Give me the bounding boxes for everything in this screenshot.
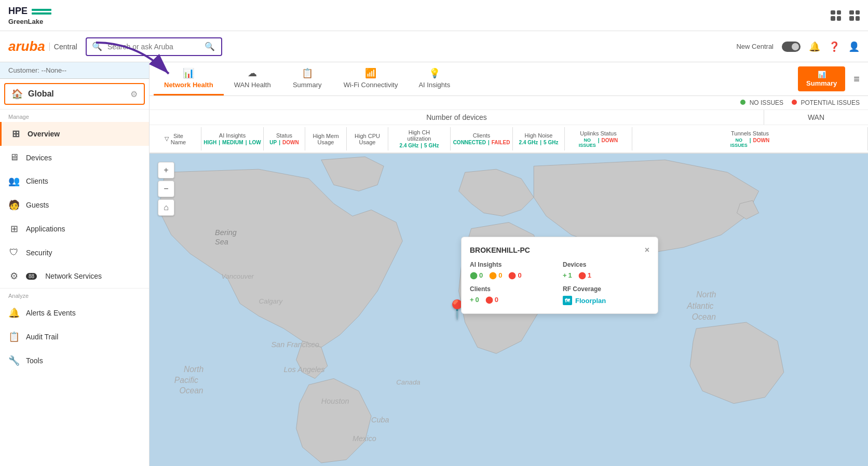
svg-text:Cuba: Cuba [371, 416, 389, 424]
map-canvas[interactable]: Bering Sea Vancouver Calgary North Pacif… [150, 154, 868, 466]
popup-clients-section: Clients + 0 ⬤ 0 [470, 285, 557, 305]
th-tunnels-no-issues: NOISSUES [730, 138, 748, 148]
tab-network-health[interactable]: 📊 Network Health [154, 62, 224, 95]
map-controls: + − ⌂ [158, 162, 174, 216]
th-noise-5: 5 GHz [544, 140, 558, 145]
floorplan-link[interactable]: 🗺 Floorplan [563, 296, 649, 305]
user-icon[interactable]: 👤 [848, 41, 860, 52]
apps-grid-icon[interactable] [831, 10, 841, 21]
th-status: Status UP | DOWN [264, 127, 305, 150]
sidebar-item-security[interactable]: 🛡 Security [0, 241, 149, 264]
new-central-toggle[interactable] [782, 42, 801, 52]
manage-section-label: Manage [0, 109, 149, 122]
overview-icon: ⊞ [10, 128, 21, 140]
legend-potential-issues: POTENTIAL ISSUES [801, 99, 860, 106]
floorplan-label: Floorplan [575, 297, 606, 305]
tab-wan-health-icon: ☁ [248, 67, 257, 79]
th-high-ch-label: High CHutilization [408, 129, 431, 142]
ai-orange-count: 0 [498, 271, 502, 279]
tab-wan-health[interactable]: ☁ WAN Health [224, 62, 281, 95]
map-container: NO ISSUES POTENTIAL ISSUES Number of dev… [150, 96, 868, 466]
tab-summary[interactable]: 📋 Summary [281, 62, 333, 95]
svg-text:Calgary: Calgary [259, 297, 283, 305]
sidebar-item-network-services[interactable]: ⚙ 88 Network Services [0, 264, 149, 288]
header-right: New Central 🔔 ❓ 👤 [736, 41, 860, 52]
tab-ai-insights[interactable]: 💡 AI Insights [408, 62, 460, 95]
popup-close-button[interactable]: × [645, 245, 649, 255]
svg-text:North: North [696, 290, 716, 299]
tab-ai-label: AI Insights [418, 81, 450, 89]
svg-text:Houston: Houston [321, 397, 349, 405]
sidebar-item-devices[interactable]: 🖥 Devices [0, 146, 149, 169]
th-noise-24: 2.4 GHz [519, 140, 538, 145]
home-button[interactable]: ⌂ [158, 199, 174, 216]
svg-text:Los Angeles: Los Angeles [284, 365, 325, 374]
devices-red-dot: ⬤ [578, 271, 586, 279]
popup-ai-values: ⬤ 0 ⬤ 0 ⬤ 0 [470, 271, 557, 279]
tab-bar: 📊 Network Health ☁ WAN Health 📋 Summary … [150, 62, 868, 96]
wan-section-title: WAN [764, 110, 868, 125]
popup-clients-green: + 0 [470, 296, 479, 304]
global-item[interactable]: 🏠 Global ⚙ [4, 83, 145, 105]
clients-green-dot: + [470, 296, 474, 304]
popup-devices-red: ⬤ 1 [578, 271, 591, 279]
list-view-button[interactable]: ≡ [849, 71, 864, 87]
th-uplinks-no-issues: NOISSUES [579, 138, 596, 148]
sidebar-item-applications[interactable]: ⊞ Applications [0, 217, 149, 241]
floorplan-icon: 🗺 [563, 296, 572, 305]
sidebar-item-clients-label: Clients [26, 177, 48, 185]
search-left-icon: 🔍 [87, 42, 107, 51]
devices-green-dot: + [563, 271, 567, 279]
notification-icon[interactable]: 🔔 [809, 41, 820, 52]
sidebar-item-devices-label: Devices [26, 154, 52, 162]
zoom-out-button[interactable]: − [158, 181, 174, 197]
popup-devices-title: Devices [563, 261, 649, 268]
popup-devices-section: Devices + 1 ⬤ 1 [563, 261, 649, 279]
popup-ai-section: AI Insights ⬤ 0 ⬤ 0 [470, 261, 557, 279]
th-clients: Clients CONNECTED | FAILED [451, 127, 513, 150]
popup-rf-title: RF Coverage [563, 285, 649, 293]
svg-text:Ocean: Ocean [179, 386, 203, 395]
search-input[interactable] [107, 38, 198, 55]
tools-icon: 🔧 [8, 355, 20, 366]
th-high-noise-label: High Noise [525, 132, 553, 139]
clients-red-count: 0 [495, 296, 498, 304]
svg-text:Bering: Bering [215, 228, 237, 237]
summary-btn-icon: 📊 [818, 71, 826, 78]
filter-icon[interactable]: ▽ [165, 135, 169, 142]
zoom-in-button[interactable]: + [158, 162, 174, 179]
gear-icon[interactable]: ⚙ [130, 89, 138, 99]
search-bar[interactable]: 🔍 🔍 [86, 37, 222, 56]
summary-button[interactable]: 📊 Summary [798, 66, 845, 91]
popup-grid: AI Insights ⬤ 0 ⬤ 0 [470, 261, 649, 305]
customer-bar: Customer: --None-- [0, 62, 149, 79]
sidebar-item-overview[interactable]: ⊞ Overview [0, 122, 149, 146]
sidebar-item-tools[interactable]: 🔧 Tools [0, 349, 149, 373]
search-right-icon[interactable]: 🔍 [198, 42, 221, 51]
content-area: 📊 Network Health ☁ WAN Health 📋 Summary … [150, 62, 868, 466]
more-grid-icon[interactable] [849, 10, 860, 21]
th-high-noise: High Noise 2.4 GHz | 5 GHz [513, 127, 565, 150]
hpe-topbar: HPE GreenLake [0, 0, 868, 31]
sidebar-item-audit-trail[interactable]: 📋 Audit Trail [0, 325, 149, 349]
th-ai-sep2: | [246, 140, 247, 145]
sidebar: Customer: --None-- 🏠 Global ⚙ Manage ⊞ O… [0, 62, 150, 466]
tab-wifi-label: Wi-Fi Connectivity [344, 81, 398, 89]
th-high-cpu: High CPUUsage [347, 127, 388, 150]
svg-text:San Francisco: San Francisco [271, 340, 319, 349]
th-site-name: ▽ SiteName [150, 127, 201, 150]
th-ch-24: 2.4 GHz [400, 143, 419, 148]
sidebar-item-clients[interactable]: 👥 Clients [0, 169, 149, 193]
sidebar-item-guests[interactable]: 🧑 Guests [0, 193, 149, 217]
aruba-central-label: Central [49, 43, 77, 51]
svg-text:Ocean: Ocean [692, 312, 716, 321]
sidebar-item-alerts[interactable]: 🔔 Alerts & Events [0, 301, 149, 325]
help-icon[interactable]: ❓ [829, 41, 840, 52]
popup-clients-title: Clients [470, 285, 557, 293]
th-ai-low: LOW [249, 140, 261, 145]
svg-text:North: North [184, 365, 204, 374]
tab-wifi-connectivity[interactable]: 📶 Wi-Fi Connectivity [333, 62, 409, 95]
clients-red-dot: ⬤ [485, 296, 493, 304]
potential-issues-dot [792, 100, 797, 105]
tab-ai-icon: 💡 [429, 67, 440, 79]
